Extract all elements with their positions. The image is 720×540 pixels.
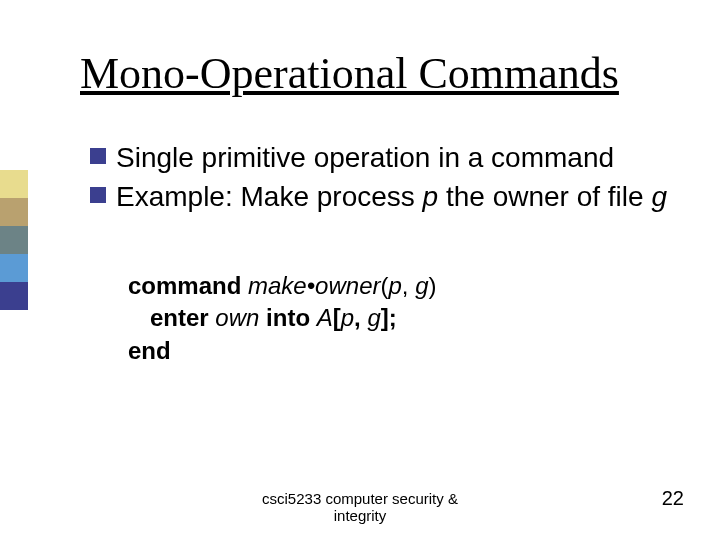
code-block: command make•owner(p, g) enter own into … — [128, 270, 680, 367]
slide-title: Mono-Operational Commands — [80, 48, 680, 99]
bullet-item: Single primitive operation in a command — [90, 140, 680, 175]
footer-text: csci5233 computer security & integrity — [0, 490, 720, 524]
bullet-icon — [90, 187, 106, 203]
page-number: 22 — [662, 487, 684, 510]
bullet-text: Single primitive operation in a command — [116, 140, 614, 175]
bullet-text: Example: Make process p the owner of fil… — [116, 179, 667, 214]
bullet-icon — [90, 148, 106, 164]
bullet-item: Example: Make process p the owner of fil… — [90, 179, 680, 214]
